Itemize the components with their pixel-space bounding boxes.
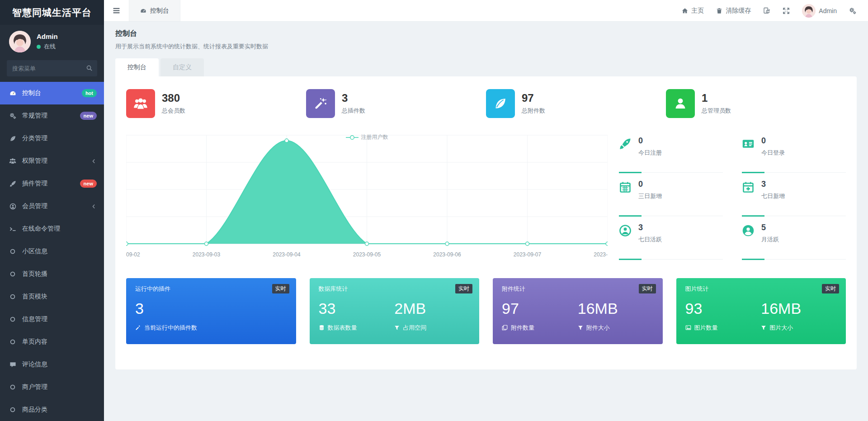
search-icon <box>86 65 93 71</box>
user-circle-outline-icon <box>619 224 632 237</box>
sidebar-item-info[interactable]: 信息管理 <box>0 308 104 331</box>
stat-total-members: 380 总会员数 <box>126 89 306 118</box>
circle-icon <box>7 271 18 277</box>
sidebar-item-general[interactable]: 常规管理 new <box>0 104 104 127</box>
main-area: 控制台 主页 清除缓存 <box>104 0 868 421</box>
home-icon <box>682 8 688 14</box>
sidebar-item-label: 首页轮播 <box>22 270 47 278</box>
topbar-right: 主页 清除缓存 Admin <box>682 4 868 18</box>
app-window: 智慧同城生活平台 Admin 在线 控制台 hot <box>0 0 868 421</box>
search-input[interactable] <box>7 60 97 76</box>
tab-dashboard[interactable]: 控制台 <box>115 58 159 76</box>
card-database: 数据库统计 实时 33 数据表数量 2MB <box>310 278 480 344</box>
sidebar-item-label: 信息管理 <box>22 315 47 323</box>
stat-label: 总附件数 <box>522 107 545 115</box>
divider <box>742 215 846 217</box>
stat-value: 3 <box>342 92 365 104</box>
leaf-icon <box>7 135 18 142</box>
sidebar-item-addon[interactable]: 插件管理 new <box>0 172 104 195</box>
realtime-badge: 实时 <box>822 284 839 293</box>
sidebar-item-label: 在线命令管理 <box>22 225 60 233</box>
topbar-user[interactable]: Admin <box>802 4 837 18</box>
circle-icon <box>7 316 18 322</box>
stats-row: 380 总会员数 3 总插件数 <box>126 89 846 118</box>
card-metric-label: 附件大小 <box>586 324 610 332</box>
sidebar-item-goods[interactable]: 商品分类 <box>0 398 104 421</box>
sidebar-user-panel[interactable]: Admin 在线 <box>0 25 104 58</box>
mini-stat-7day-new: 3七日新增 <box>742 176 846 219</box>
settings-icon[interactable] <box>849 7 856 14</box>
divider <box>742 172 846 173</box>
mini-stat-label: 月活跃 <box>761 236 779 244</box>
gears-icon <box>7 113 18 119</box>
sidebar-item-banner[interactable]: 首页轮播 <box>0 263 104 285</box>
tab-custom[interactable]: 自定义 <box>160 58 204 76</box>
mini-stat-value: 0 <box>638 136 662 146</box>
sidebar-item-label: 会员管理 <box>22 202 47 210</box>
card-metric-label: 占用空间 <box>403 324 426 332</box>
circle-icon <box>7 407 18 413</box>
menu-toggle-icon[interactable] <box>104 0 129 21</box>
sidebar-item-label: 商品分类 <box>22 406 47 414</box>
fullscreen-icon[interactable] <box>783 7 790 14</box>
card-value: 3 <box>135 299 287 318</box>
id-card-icon <box>742 137 755 150</box>
divider <box>619 215 723 217</box>
svg-text:2023-09-02: 2023-09-02 <box>126 251 140 258</box>
sidebar-item-command[interactable]: 在线命令管理 <box>0 218 104 240</box>
sidebar-item-page[interactable]: 单页内容 <box>0 331 104 353</box>
svg-text:2023-09-04: 2023-09-04 <box>273 251 301 258</box>
sidebar-item-merchant[interactable]: 商户管理 <box>0 376 104 398</box>
sidebar-item-label: 单页内容 <box>22 338 47 346</box>
page-head: 控制台 用于展示当前系统中的统计数据、统计报表及重要实时数据 <box>115 29 857 51</box>
rocket-icon <box>7 180 18 187</box>
topbar-tab-dashboard[interactable]: 控制台 <box>129 0 180 21</box>
clear-cache-button[interactable]: 清除缓存 <box>716 7 751 15</box>
home-link[interactable]: 主页 <box>682 7 704 15</box>
summary-cards: 运行中的插件 实时 3 当前运行中的插件数 <box>126 278 846 344</box>
sidebar-menu: 控制台 hot 常规管理 new 分类管理 权限管理 插件管理 new <box>0 82 104 421</box>
hot-badge: hot <box>82 89 97 97</box>
mini-stat-today-login: 0今日登录 <box>742 132 846 176</box>
topbar-username: Admin <box>819 7 837 14</box>
sidebar-item-dashboard[interactable]: 控制台 hot <box>0 82 104 104</box>
sidebar-item-community[interactable]: 小区信息 <box>0 240 104 263</box>
rocket-icon <box>619 137 632 150</box>
stat-value: 1 <box>702 92 731 104</box>
topbar: 控制台 主页 清除缓存 <box>104 0 868 22</box>
mini-stat-label: 今日登录 <box>761 149 785 157</box>
stat-total-attachments: 97 总附件数 <box>486 89 666 118</box>
sidebar-item-label: 分类管理 <box>22 134 47 142</box>
mini-stat-month-active: 5月活跃 <box>742 219 846 263</box>
sidebar-item-user[interactable]: 会员管理 <box>0 195 104 218</box>
menu-search <box>7 60 97 76</box>
mini-stat-value: 5 <box>761 223 779 232</box>
topbar-tab-label: 控制台 <box>150 7 169 15</box>
svg-text:2023-09-06: 2023-09-06 <box>433 251 461 258</box>
mini-stats-grid: 0今日注册 0今日登录 <box>619 132 846 263</box>
sidebar-item-module[interactable]: 首页模块 <box>0 285 104 308</box>
svg-text:2023-09-05: 2023-09-05 <box>353 251 381 258</box>
mini-stat-label: 七日活跃 <box>638 236 662 244</box>
filter-icon <box>394 325 400 331</box>
dashboard-panel: 380 总会员数 3 总插件数 <box>115 76 857 369</box>
user-avatar <box>9 31 31 52</box>
mini-stat-value: 0 <box>761 136 785 146</box>
svg-text:2023-09-08: 2023-09-08 <box>594 251 608 258</box>
sidebar-item-comment[interactable]: 评论信息 <box>0 353 104 376</box>
sidebar-item-auth[interactable]: 权限管理 <box>0 150 104 172</box>
terminal-icon <box>7 226 18 232</box>
user-name: Admin <box>37 33 58 40</box>
user-circle-icon <box>7 203 18 210</box>
stat-value: 380 <box>162 92 185 104</box>
sidebar-item-category[interactable]: 分类管理 <box>0 127 104 150</box>
check-update-icon[interactable] <box>763 7 770 14</box>
magic-wand-icon <box>135 325 141 331</box>
sidebar-item-label: 首页模块 <box>22 293 47 301</box>
user-avatar <box>802 4 816 18</box>
mini-stat-3day-new: 0三日新增 <box>619 176 723 219</box>
sidebar-item-label: 商户管理 <box>22 383 47 391</box>
sidebar-item-label: 插件管理 <box>22 180 47 188</box>
new-badge: new <box>80 112 97 120</box>
circle-icon <box>7 248 18 255</box>
